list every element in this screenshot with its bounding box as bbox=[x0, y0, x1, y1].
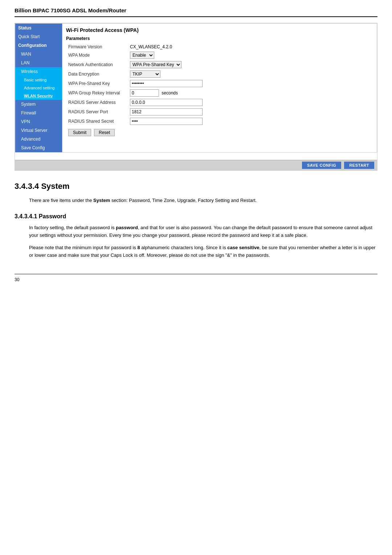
field-label: Firmware Version bbox=[66, 43, 128, 50]
main-panel: Wi-Fi Protected Access (WPA) Parameters … bbox=[62, 24, 377, 152]
table-row: RADIUS Server Port bbox=[66, 107, 373, 117]
network-auth-select[interactable]: WPA Pre-Shared Key WPA Enterprise bbox=[130, 61, 181, 68]
sidebar-item-virtual-server[interactable]: Virtual Server bbox=[15, 126, 62, 135]
document-title: Billion BIPAC 7100SG ADSL Modem/Router bbox=[15, 7, 377, 13]
reset-button[interactable]: Reset bbox=[94, 129, 115, 136]
section-343-title: 3.4.3.4 System bbox=[15, 182, 377, 191]
data-encryption-select[interactable]: TKIP AES TKIP+AES bbox=[130, 70, 160, 78]
router-interface: Status Quick Start Configuration WAN LAN… bbox=[15, 23, 377, 153]
section-3431-para1: In factory setting, the default password… bbox=[29, 224, 377, 239]
save-config-button[interactable]: SAVE CONFIG bbox=[302, 162, 341, 169]
field-label: WPA Pre-Shared Key bbox=[66, 79, 128, 88]
parameters-table: Firmware Version CX_WLANSEC_4.2.0 WPA Mo… bbox=[66, 43, 373, 126]
field-label: RADIUS Server Port bbox=[66, 107, 128, 117]
radius-server-address-input[interactable] bbox=[130, 99, 203, 106]
submit-button[interactable]: Submit bbox=[68, 129, 91, 136]
restart-button[interactable]: RESTART bbox=[344, 162, 374, 169]
sidebar-item-wireless[interactable]: Wireless bbox=[15, 67, 62, 76]
field-label: WPA Group Rekey Interval bbox=[66, 88, 128, 98]
radius-server-port-input[interactable] bbox=[130, 108, 203, 116]
section-3431-title: 3.4.3.4.1 Password bbox=[15, 213, 377, 220]
wpa-group-rekey-input[interactable] bbox=[130, 89, 159, 97]
field-value bbox=[128, 107, 373, 117]
sidebar-item-wan[interactable]: WAN bbox=[15, 50, 62, 58]
field-value bbox=[128, 79, 373, 88]
table-row: WPA Mode Enable Disable bbox=[66, 50, 373, 60]
field-label: RADIUS Shared Secret bbox=[66, 117, 128, 126]
sidebar-item-advanced-setting[interactable]: Advanced setting bbox=[15, 84, 62, 92]
field-value: WPA Pre-Shared Key WPA Enterprise bbox=[128, 60, 373, 69]
field-value bbox=[128, 117, 373, 126]
field-label: Network Authentication bbox=[66, 60, 128, 69]
sidebar-item-save-config[interactable]: Save Config bbox=[15, 143, 62, 152]
sidebar-item-quick-start[interactable]: Quick Start bbox=[15, 32, 62, 41]
section-343-body: There are five items under the System se… bbox=[15, 197, 377, 204]
sidebar-item-system[interactable]: System bbox=[15, 100, 62, 109]
field-label: Data Encryption bbox=[66, 69, 128, 79]
sidebar-item-vpn[interactable]: VPN bbox=[15, 117, 62, 126]
page-number: 30 bbox=[15, 274, 377, 282]
field-value bbox=[128, 98, 373, 107]
section-3431-para2: Please note that the minimum input for p… bbox=[29, 244, 377, 259]
router-ui-panel: Status Quick Start Configuration WAN LAN… bbox=[15, 23, 377, 171]
seconds-label: seconds bbox=[162, 90, 178, 96]
sidebar-item-wlan-security[interactable]: WLAN Security bbox=[15, 92, 62, 100]
field-value: CX_WLANSEC_4.2.0 bbox=[128, 43, 373, 50]
page-header: Billion BIPAC 7100SG ADSL Modem/Router bbox=[15, 7, 377, 17]
sidebar-item-firewall[interactable]: Firewall bbox=[15, 109, 62, 117]
action-buttons: Submit Reset bbox=[66, 129, 373, 136]
field-value: TKIP AES TKIP+AES bbox=[128, 69, 373, 79]
radius-shared-secret-input[interactable] bbox=[130, 118, 203, 125]
table-row: Firmware Version CX_WLANSEC_4.2.0 bbox=[66, 43, 373, 50]
sidebar: Status Quick Start Configuration WAN LAN… bbox=[15, 24, 62, 152]
bottom-bar: SAVE CONFIG RESTART bbox=[15, 160, 377, 170]
sidebar-item-advanced[interactable]: Advanced bbox=[15, 135, 62, 143]
field-value: Enable Disable bbox=[128, 50, 373, 60]
table-row: Network Authentication WPA Pre-Shared Ke… bbox=[66, 60, 373, 69]
sidebar-item-status[interactable]: Status bbox=[15, 24, 62, 32]
wpa-title: Wi-Fi Protected Access (WPA) bbox=[66, 27, 373, 33]
table-row: Data Encryption TKIP AES TKIP+AES bbox=[66, 69, 373, 79]
wpa-preshared-key-input[interactable] bbox=[130, 80, 203, 87]
parameters-label: Parameters bbox=[66, 36, 373, 41]
section-3431-body: In factory setting, the default password… bbox=[15, 224, 377, 259]
wpa-mode-select[interactable]: Enable Disable bbox=[130, 52, 154, 59]
sidebar-item-basic-setting[interactable]: Basic setting bbox=[15, 76, 62, 84]
section-343-text: There are five items under the System se… bbox=[29, 197, 377, 204]
table-row: RADIUS Shared Secret bbox=[66, 117, 373, 126]
table-row: WPA Group Rekey Interval seconds bbox=[66, 88, 373, 98]
field-label: WPA Mode bbox=[66, 50, 128, 60]
table-row: WPA Pre-Shared Key bbox=[66, 79, 373, 88]
field-label: RADIUS Server Address bbox=[66, 98, 128, 107]
field-value: seconds bbox=[128, 88, 373, 98]
sidebar-item-configuration[interactable]: Configuration bbox=[15, 41, 62, 50]
sidebar-item-lan[interactable]: LAN bbox=[15, 58, 62, 67]
table-row: RADIUS Server Address bbox=[66, 98, 373, 107]
